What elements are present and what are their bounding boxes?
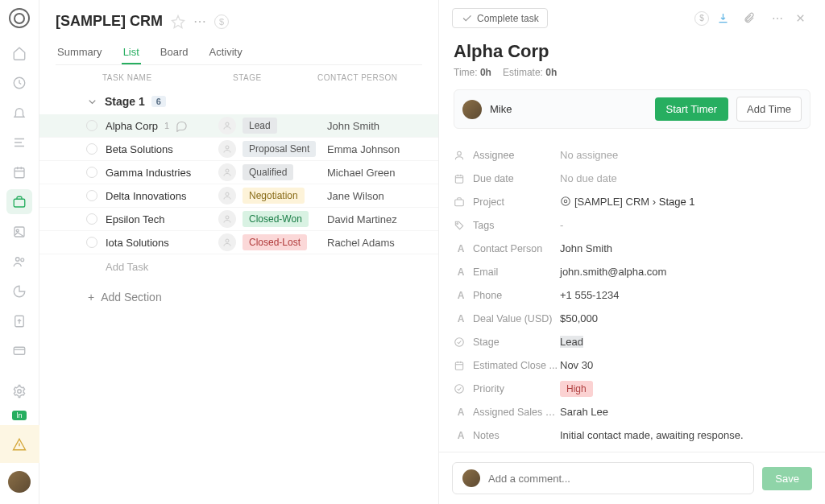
- settings-icon[interactable]: [6, 379, 32, 404]
- field-row[interactable]: AAssigned Sales RepSarah Lee: [454, 400, 810, 423]
- field-row[interactable]: Estimated Close ...Nov 30: [454, 353, 810, 377]
- assignee-placeholder[interactable]: [218, 140, 236, 158]
- warning-banner[interactable]: [0, 425, 39, 462]
- reports-icon[interactable]: [6, 279, 32, 304]
- task-name: Epsilon Tech: [106, 213, 164, 225]
- field-row[interactable]: AssigneeNo assignee: [454, 143, 810, 167]
- task-row[interactable]: Epsilon TechClosed-WonDavid Martinez: [39, 208, 438, 231]
- stage-badge[interactable]: Closed-Won: [243, 211, 309, 227]
- attachment-icon[interactable]: [743, 12, 761, 24]
- svg-point-22: [455, 337, 464, 346]
- svg-rect-1: [15, 167, 24, 177]
- task-row[interactable]: Delta InnovationsNegotiationJane Wilson: [39, 184, 438, 208]
- language-badge[interactable]: ln: [12, 411, 26, 420]
- field-row[interactable]: Due dateNo due date: [454, 167, 810, 190]
- tasks-icon[interactable]: [6, 130, 32, 155]
- notifications-icon[interactable]: [6, 100, 32, 125]
- svg-point-16: [458, 151, 462, 155]
- docs-icon[interactable]: [6, 219, 32, 244]
- assignee-placeholder[interactable]: [218, 210, 236, 228]
- stage-badge[interactable]: Qualified: [243, 164, 293, 180]
- field-value: +1 555-1234: [560, 289, 619, 301]
- task-detail-panel: Complete task $ ⋯ Alpha Corp Time: 0h Es…: [438, 0, 825, 504]
- section-name: Stage 1: [105, 95, 145, 108]
- complete-circle[interactable]: [86, 237, 97, 248]
- field-value: No due date: [560, 172, 617, 184]
- section-header[interactable]: Stage 1 6: [39, 89, 438, 114]
- stage-badge[interactable]: Negotiation: [243, 188, 305, 204]
- add-task-button[interactable]: Add Task: [39, 254, 438, 279]
- field-row[interactable]: AContact PersonJohn Smith: [454, 237, 810, 260]
- field-row[interactable]: Tags-: [454, 213, 810, 237]
- invoice-icon[interactable]: [6, 308, 32, 333]
- field-row[interactable]: StageLead: [454, 330, 810, 353]
- start-timer-button[interactable]: Start Timer: [655, 97, 729, 121]
- assignee-placeholder[interactable]: [218, 117, 236, 134]
- team-icon[interactable]: [6, 249, 32, 274]
- task-title[interactable]: Alpha Corp: [454, 41, 810, 62]
- svg-point-10: [226, 122, 229, 126]
- assignee-placeholder[interactable]: [218, 187, 236, 204]
- user-avatar[interactable]: [8, 471, 31, 493]
- download-icon[interactable]: [717, 12, 735, 24]
- field-row[interactable]: AEmailjohn.smith@alpha.com: [454, 260, 810, 283]
- task-row[interactable]: Gamma IndustriesQualifiedMichael Green: [39, 161, 438, 184]
- calendar-icon[interactable]: [6, 159, 32, 184]
- task-row[interactable]: Beta SolutionsProposal SentEmma Johnson: [39, 138, 438, 161]
- field-row[interactable]: Project[SAMPLE] CRM › Stage 1: [454, 190, 810, 213]
- complete-circle[interactable]: [86, 143, 97, 155]
- contact-person: John Smith: [327, 120, 432, 132]
- field-label: Contact Person: [473, 243, 560, 254]
- close-icon[interactable]: [794, 12, 812, 24]
- svg-rect-23: [455, 361, 462, 369]
- field-row[interactable]: APhone+1 555-1234: [454, 283, 810, 307]
- field-value: john.smith@alpha.com: [560, 266, 666, 278]
- task-name: Iota Solutions: [106, 237, 169, 249]
- dollar-icon[interactable]: $: [694, 11, 709, 26]
- dollar-icon[interactable]: $: [214, 14, 229, 29]
- stage-badge[interactable]: Lead: [243, 118, 277, 134]
- task-row[interactable]: Alpha Corp1LeadJohn Smith: [39, 114, 438, 138]
- more-icon[interactable]: ⋯: [193, 14, 206, 29]
- add-section-button[interactable]: + Add Section: [39, 279, 438, 310]
- complete-circle[interactable]: [86, 120, 97, 131]
- comment-input-wrap[interactable]: [452, 462, 754, 494]
- complete-circle[interactable]: [86, 167, 97, 178]
- tab-summary[interactable]: Summary: [56, 41, 104, 64]
- projects-icon[interactable]: [6, 189, 32, 214]
- svg-point-5: [16, 257, 20, 261]
- add-time-button[interactable]: Add Time: [736, 97, 802, 122]
- stage-badge[interactable]: Closed-Lost: [243, 234, 307, 250]
- tab-list[interactable]: List: [122, 41, 141, 64]
- field-type-icon: [454, 337, 468, 348]
- assignee-placeholder[interactable]: [218, 233, 236, 251]
- contact-person: Jane Wilson: [327, 190, 432, 202]
- wallet-icon[interactable]: [6, 338, 32, 363]
- tab-board[interactable]: Board: [159, 41, 190, 64]
- field-row[interactable]: ANotesInitial contact made, awaiting res…: [454, 423, 810, 447]
- complete-circle[interactable]: [86, 190, 97, 201]
- field-row[interactable]: ADeal Value (USD)$50,000: [454, 307, 810, 330]
- field-type-icon: A: [454, 290, 468, 301]
- field-type-icon: [454, 150, 468, 161]
- app-logo-icon[interactable]: [9, 8, 30, 28]
- owner-name: Mike: [490, 103, 647, 115]
- task-row[interactable]: Iota SolutionsClosed-LostRachel Adams: [39, 231, 438, 254]
- time-icon[interactable]: [6, 70, 32, 95]
- stage-badge[interactable]: Proposal Sent: [243, 141, 316, 157]
- sidebar: ln: [0, 0, 39, 504]
- assignee-placeholder[interactable]: [218, 163, 236, 181]
- home-icon[interactable]: [6, 40, 32, 65]
- comment-input[interactable]: [488, 473, 744, 485]
- tab-activity[interactable]: Activity: [208, 41, 244, 64]
- svg-point-12: [226, 169, 229, 172]
- more-icon[interactable]: ⋯: [769, 12, 786, 25]
- complete-task-button[interactable]: Complete task: [452, 8, 548, 28]
- field-badge: Lead: [560, 336, 583, 348]
- save-comment-button[interactable]: Save: [762, 467, 812, 490]
- star-icon[interactable]: [171, 14, 185, 29]
- field-row[interactable]: PriorityHigh: [454, 377, 810, 400]
- col-task: TASK NAME: [102, 73, 233, 82]
- complete-circle[interactable]: [86, 213, 97, 225]
- task-name: Gamma Industries: [106, 167, 191, 179]
